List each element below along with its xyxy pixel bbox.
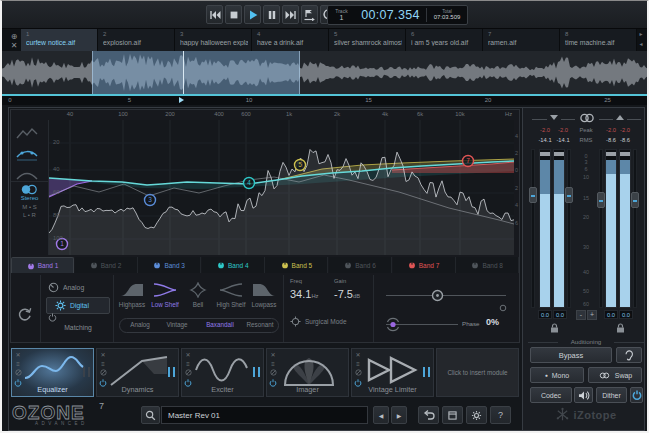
module-close-icon[interactable]: ✕ — [185, 352, 190, 358]
module-solo-icon[interactable] — [270, 369, 277, 376]
preset-name-input[interactable] — [161, 406, 368, 424]
stereo-mode-icon[interactable] — [17, 184, 41, 195]
band-power-icon[interactable] — [217, 261, 225, 269]
module-tile[interactable]: ✕ ≡ Imager — [266, 348, 349, 397]
eq-band-marker[interactable]: 5 — [295, 160, 306, 171]
module-solo-icon[interactable] — [15, 369, 22, 376]
input-gain-handle[interactable] — [529, 187, 537, 203]
module-close-icon[interactable]: ✕ — [15, 352, 20, 358]
close-track-icon[interactable]: ✕ — [8, 41, 20, 51]
output-gain-handle[interactable] — [597, 192, 605, 208]
band-power-icon[interactable] — [153, 261, 161, 269]
eq-band-tab[interactable]: Band 1 — [11, 257, 74, 273]
eq-mode-matching[interactable]: Matching — [48, 313, 108, 331]
module-close-icon[interactable]: ✕ — [270, 352, 275, 358]
module-close-icon[interactable]: ✕ — [100, 352, 105, 358]
module-menu-icon[interactable]: ≡ — [356, 361, 360, 367]
meter-zoom-in-button[interactable]: + — [587, 310, 597, 320]
audition-ear-button[interactable] — [616, 347, 642, 363]
track-tab[interactable]: 2 explosion.aif — [98, 29, 175, 51]
module-tile[interactable]: ✕ ≡ Equalizer — [11, 348, 94, 397]
eq-plot-area[interactable]: 13457 — [49, 120, 514, 255]
band-power-icon[interactable] — [90, 261, 98, 269]
eq-band-tab[interactable]: Band 7 — [393, 257, 456, 273]
codec-button[interactable]: Codec — [530, 387, 572, 403]
input-gain-handle[interactable] — [565, 187, 573, 203]
eq-shape-option[interactable]: Highpass — [115, 282, 149, 308]
eq-band-tab[interactable]: Band 4 — [202, 257, 265, 273]
module-close-icon[interactable]: ✕ — [355, 352, 360, 358]
transport-button[interactable] — [244, 5, 261, 24]
bypass-button[interactable]: Bypass — [530, 347, 612, 363]
tabs-scroll-left-icon[interactable]: ◂ — [637, 41, 645, 47]
swap-button[interactable]: Swap — [588, 367, 642, 383]
input-gain-rail[interactable] — [567, 149, 571, 308]
dither-button[interactable]: Dither — [596, 387, 627, 403]
eq-band-tab[interactable]: Band 6 — [329, 257, 392, 273]
module-pause-icon[interactable] — [168, 367, 175, 377]
module-solo-icon[interactable] — [185, 369, 192, 376]
eq-band-tab[interactable]: Band 5 — [265, 257, 328, 273]
eq-subtype-option[interactable]: Resonant — [238, 321, 282, 328]
eq-subtype-option[interactable]: Vintage — [155, 321, 199, 328]
eq-band-marker[interactable]: 7 — [463, 156, 474, 167]
reset-band-icon[interactable] — [17, 307, 32, 322]
surgical-mode-toggle[interactable]: Surgical Mode — [290, 316, 347, 327]
meter-zoom-out-button[interactable]: - — [576, 310, 586, 320]
help-button[interactable]: ? — [490, 406, 511, 424]
eq-shape-option[interactable]: Lowpass — [247, 282, 281, 308]
module-menu-icon[interactable]: ≡ — [16, 361, 20, 367]
track-tab[interactable]: 7 ramen.aif — [483, 29, 560, 51]
eq-band-tab[interactable]: Band 3 — [138, 257, 201, 273]
band-power-icon[interactable] — [27, 262, 35, 270]
input-gain-marker-icon[interactable] — [550, 115, 558, 120]
transport-button[interactable] — [225, 5, 242, 24]
dither-power-button[interactable] — [630, 387, 643, 403]
module-solo-icon[interactable] — [355, 369, 362, 376]
output-lock-icon[interactable] — [616, 323, 625, 333]
view-mode-stereo[interactable]: Stereo — [11, 195, 48, 201]
transport-button[interactable] — [301, 5, 318, 24]
module-menu-icon[interactable]: ≡ — [186, 361, 190, 367]
insert-module-slot[interactable]: Click to insert module — [436, 348, 519, 397]
band-power-icon[interactable] — [408, 261, 416, 269]
eq-subtype-option[interactable]: Baxandall — [198, 321, 242, 328]
transport-button[interactable] — [282, 5, 299, 24]
output-gain-handle[interactable] — [631, 192, 639, 208]
history-window-button[interactable] — [442, 406, 463, 424]
stereo-link-icon[interactable] — [578, 113, 596, 123]
playhead-marker-icon[interactable] — [179, 97, 184, 103]
track-tab[interactable]: 4 have a drink.aif — [252, 29, 329, 51]
spectrum-view-icon[interactable] — [15, 125, 39, 141]
band-power-icon[interactable] — [471, 261, 479, 269]
eq-mode-analog[interactable]: Analog — [48, 280, 84, 294]
module-tile[interactable]: ✕ ≡ Vintage Limiter — [351, 348, 434, 397]
mono-button[interactable]: ● Mono — [530, 367, 584, 383]
transport-button[interactable] — [263, 5, 280, 24]
preset-next-button[interactable]: ▶ — [391, 406, 407, 424]
preset-search-button[interactable] — [141, 406, 160, 424]
module-pause-icon[interactable] — [83, 367, 90, 377]
module-tile[interactable]: ✕ ≡ Exciter — [181, 348, 264, 397]
eq-band-marker[interactable]: 4 — [244, 178, 255, 189]
track-tab[interactable]: 3 happy halloween explai... — [175, 29, 252, 51]
undo-button[interactable] — [418, 406, 439, 424]
module-menu-icon[interactable]: ≡ — [101, 361, 105, 367]
output-gain-rail[interactable] — [599, 149, 603, 308]
band-power-icon[interactable] — [281, 261, 289, 269]
q-slider-track[interactable] — [386, 295, 506, 296]
eq-shape-option[interactable]: High Shelf — [214, 282, 248, 308]
slider-link-dot[interactable] — [499, 304, 507, 312]
output-gain-rail[interactable] — [633, 149, 637, 308]
module-tile[interactable]: ✕ ≡ Dynamics — [96, 348, 179, 397]
tabs-scroll-right-icon[interactable]: ▸ — [637, 31, 645, 37]
input-gain-rail[interactable] — [531, 149, 535, 308]
freq-readout[interactable]: Freq 34.1Hz — [290, 278, 319, 302]
gain-readout[interactable]: Gain -7.5dB — [334, 278, 360, 302]
transport-button[interactable] — [206, 5, 223, 24]
phase-slider-knob[interactable] — [385, 317, 401, 332]
track-tab[interactable]: 8 time machine.aif — [560, 29, 637, 51]
input-lock-icon[interactable] — [550, 323, 559, 333]
eq-band-tab[interactable]: Band 8 — [456, 257, 519, 273]
eq-band-marker[interactable]: 3 — [145, 195, 156, 206]
